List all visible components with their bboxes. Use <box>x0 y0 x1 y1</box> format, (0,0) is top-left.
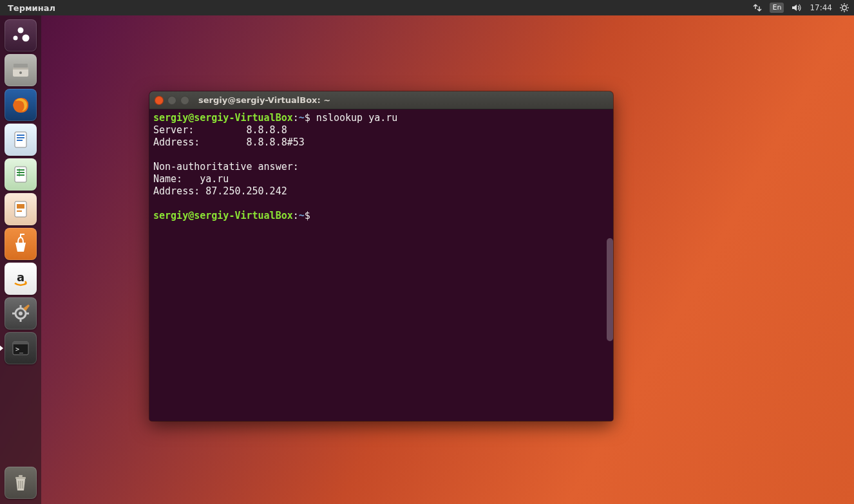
output-line: Name: ya.ru <box>153 173 229 185</box>
prompt-colon: : <box>293 210 299 221</box>
trash-icon[interactable] <box>5 467 37 499</box>
terminal-icon[interactable]: >_ <box>5 332 37 364</box>
top-panel: Терминал En 17:44 <box>0 0 854 15</box>
svg-rect-24 <box>17 174 24 176</box>
svg-rect-20 <box>17 140 23 141</box>
minimize-icon[interactable] <box>167 96 176 105</box>
svg-rect-23 <box>17 172 24 173</box>
settings-icon[interactable] <box>5 297 37 330</box>
svg-point-15 <box>19 71 22 74</box>
svg-line-7 <box>841 10 842 12</box>
svg-point-11 <box>23 35 30 42</box>
svg-rect-40 <box>19 475 23 477</box>
prompt-user: sergiy@sergiy-VirtualBox <box>153 112 293 124</box>
prompt-path: ~ <box>299 210 305 221</box>
prompt-dollar: $ <box>305 112 310 124</box>
command-text: nslookup ya.ru <box>310 112 397 124</box>
svg-rect-22 <box>17 169 24 171</box>
window-controls <box>155 96 189 105</box>
active-app-title: Терминал <box>8 3 55 13</box>
keyboard-layout-indicator[interactable]: En <box>770 3 784 13</box>
network-icon[interactable] <box>753 3 762 12</box>
terminal-content[interactable]: sergiy@sergiy-VirtualBox:~$ nslookup ya.… <box>149 109 613 421</box>
maximize-icon[interactable] <box>180 96 189 105</box>
svg-rect-39 <box>15 477 26 479</box>
window-titlebar[interactable]: sergiy@sergiy-VirtualBox: ~ <box>149 91 613 109</box>
amazon-icon[interactable]: a <box>5 263 37 295</box>
dash-icon[interactable] <box>5 19 37 51</box>
output-line: Server: 8.8.8.8 <box>153 124 287 136</box>
svg-point-0 <box>842 6 846 10</box>
prompt-colon: : <box>293 112 299 124</box>
svg-rect-37 <box>13 342 28 344</box>
svg-line-6 <box>847 10 848 12</box>
svg-rect-26 <box>15 201 26 217</box>
output-line: Non-authoritative answer: <box>153 161 299 173</box>
svg-text:a: a <box>17 270 24 284</box>
prompt-dollar: $ <box>305 210 310 221</box>
unity-launcher: a >_ <box>0 15 41 504</box>
svg-rect-18 <box>17 135 24 136</box>
svg-point-31 <box>19 312 23 315</box>
software-icon[interactable] <box>5 228 37 260</box>
prompt-path: ~ <box>299 112 305 124</box>
files-icon[interactable] <box>5 54 37 86</box>
calc-icon[interactable] <box>5 158 37 191</box>
svg-rect-27 <box>17 204 24 209</box>
impress-icon[interactable] <box>5 193 37 225</box>
firefox-icon[interactable] <box>5 89 37 121</box>
writer-icon[interactable] <box>5 124 37 156</box>
session-gear-icon[interactable] <box>840 3 849 12</box>
output-line: Address: 87.250.250.242 <box>153 185 287 197</box>
system-tray: En 17:44 <box>753 3 849 13</box>
svg-point-9 <box>18 28 24 33</box>
command-text <box>310 210 316 221</box>
svg-rect-14 <box>13 68 28 70</box>
prompt-user: sergiy@sergiy-VirtualBox <box>153 210 293 221</box>
terminal-window: sergiy@sergiy-VirtualBox: ~ sergiy@sergi… <box>149 91 613 421</box>
output-line: Address: 8.8.8.8#53 <box>153 136 305 148</box>
svg-rect-28 <box>17 210 22 212</box>
clock-label[interactable]: 17:44 <box>810 3 832 12</box>
svg-rect-19 <box>17 137 24 138</box>
terminal-scrollbar[interactable] <box>607 238 613 341</box>
sound-icon[interactable] <box>792 3 802 12</box>
svg-text:>_: >_ <box>15 346 24 353</box>
svg-line-5 <box>841 5 842 6</box>
window-title: sergiy@sergiy-VirtualBox: ~ <box>198 95 330 105</box>
close-icon[interactable] <box>155 96 164 105</box>
svg-point-10 <box>14 36 18 41</box>
svg-rect-12 <box>14 64 28 68</box>
svg-line-8 <box>847 5 848 6</box>
